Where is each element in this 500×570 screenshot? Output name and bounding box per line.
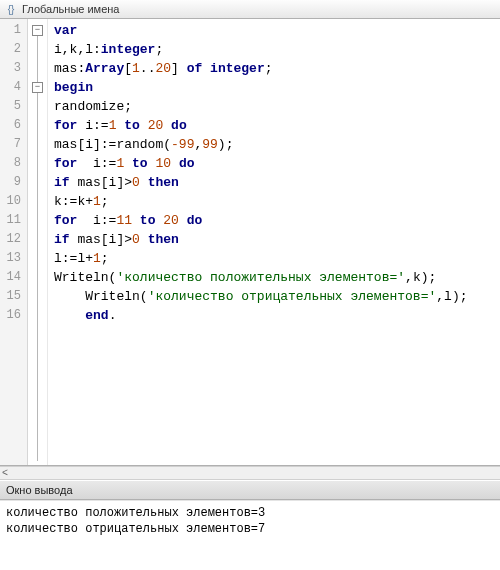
code-line[interactable]: var (54, 21, 494, 40)
code-line[interactable]: i,k,l:integer; (54, 40, 494, 59)
line-number: 9 (0, 173, 27, 192)
line-number: 8 (0, 154, 27, 173)
line-number: 13 (0, 249, 27, 268)
panel-header: {} Глобальные имена (0, 0, 500, 19)
code-line[interactable]: mas[i]:=random(-99,99); (54, 135, 494, 154)
line-number: 16 (0, 306, 27, 325)
line-number: 3 (0, 59, 27, 78)
output-panel[interactable]: количество положительных элементов=3 кол… (0, 500, 500, 570)
line-number: 6 (0, 116, 27, 135)
code-area[interactable]: vari,k,l:integer;mas:Array[1..20] of int… (48, 19, 500, 465)
output-panel-title: Окно вывода (6, 484, 73, 496)
output-panel-header: Окно вывода (0, 480, 500, 500)
code-line[interactable]: if mas[i]>0 then (54, 173, 494, 192)
code-line[interactable]: Writeln('количество отрицательных элемен… (54, 287, 494, 306)
code-line[interactable]: mas:Array[1..20] of integer; (54, 59, 494, 78)
line-number: 2 (0, 40, 27, 59)
fold-column[interactable]: −− (28, 19, 48, 465)
code-line[interactable]: for i:=1 to 20 do (54, 116, 494, 135)
code-line[interactable]: if mas[i]>0 then (54, 230, 494, 249)
code-editor[interactable]: 12345678910111213141516 −− vari,k,l:inte… (0, 19, 500, 466)
code-line[interactable]: end. (54, 306, 494, 325)
line-number: 5 (0, 97, 27, 116)
fold-toggle-icon[interactable]: − (32, 25, 43, 36)
code-line[interactable]: l:=l+1; (54, 249, 494, 268)
code-line[interactable]: for i:=11 to 20 do (54, 211, 494, 230)
fold-guide-line (37, 29, 38, 461)
code-line[interactable]: Writeln('количество положительных элемен… (54, 268, 494, 287)
code-line[interactable]: begin (54, 78, 494, 97)
horizontal-scrollbar[interactable]: < (0, 466, 500, 480)
code-line[interactable]: k:=k+1; (54, 192, 494, 211)
line-number: 4 (0, 78, 27, 97)
fold-toggle-icon[interactable]: − (32, 82, 43, 93)
line-number: 10 (0, 192, 27, 211)
panel-title: Глобальные имена (22, 3, 120, 15)
line-number: 12 (0, 230, 27, 249)
line-number-gutter: 12345678910111213141516 (0, 19, 28, 465)
line-number: 11 (0, 211, 27, 230)
line-number: 7 (0, 135, 27, 154)
line-number: 15 (0, 287, 27, 306)
line-number: 14 (0, 268, 27, 287)
code-line[interactable]: for i:=1 to 10 do (54, 154, 494, 173)
scroll-left-chevron[interactable]: < (2, 468, 8, 479)
code-line[interactable]: randomize; (54, 97, 494, 116)
line-number: 1 (0, 21, 27, 40)
braces-icon: {} (4, 2, 18, 16)
